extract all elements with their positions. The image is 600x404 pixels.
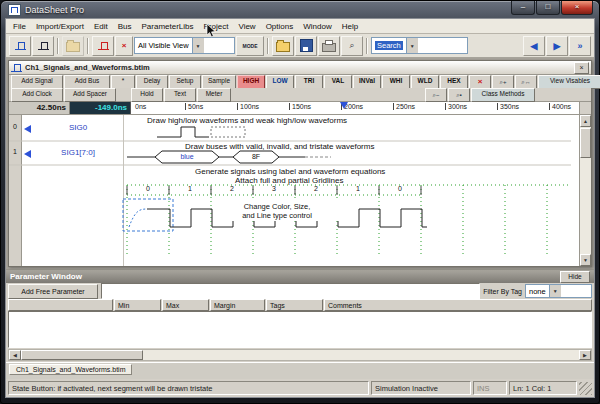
vertical-scrollbar[interactable]: ▲ ▼ (579, 115, 591, 266)
state-tri-button[interactable]: TRI (295, 75, 323, 89)
signal-tool-button[interactable] (92, 36, 114, 56)
tab-ch1-signals[interactable]: Ch1_Signals_and_Waveforms.btim (9, 364, 132, 375)
state-inval-button[interactable]: INVal (353, 75, 381, 89)
add-clock-button[interactable]: Add Clock (11, 88, 63, 102)
print-preview-button[interactable]: ⌕ (341, 36, 363, 56)
folder-icon (66, 42, 80, 52)
caret-position: Ln: 1 Col: 1 (509, 381, 577, 395)
edit-timing-diagram-button[interactable] (32, 36, 54, 56)
document-titlebar[interactable]: Ch1_Signals_and_Waveforms.btim × (9, 61, 591, 75)
mdi-area: Ch1_Signals_and_Waveforms.btim × Add Sig… (6, 58, 594, 269)
zoom-x-button[interactable]: ⌕↔ (515, 75, 537, 89)
scroll-up-icon[interactable]: ▲ (580, 115, 591, 127)
signal-tool-icon-button[interactable]: * (111, 75, 135, 89)
open-file-button[interactable] (272, 36, 294, 56)
search-input-value[interactable]: Search (375, 41, 403, 50)
time-cursor-marker[interactable] (340, 102, 348, 109)
zoom-out-button[interactable]: ⌕− (425, 88, 447, 102)
signal-marker-icon[interactable] (24, 125, 31, 133)
time-ruler[interactable]: 0ns 50ns 100ns 150ns 200ns 250ns 300ns 3… (131, 102, 579, 114)
waveform-area[interactable]: 0 1 SIG0 SIG1[7:0] Draw high/low wavefor… (9, 115, 591, 266)
delete-button[interactable]: × (115, 36, 133, 56)
zoom-fit-button[interactable]: ⌕▪ (448, 88, 470, 102)
resize-grip[interactable] (579, 382, 592, 395)
state-low-button[interactable]: LOW (266, 75, 294, 89)
state-whi-button[interactable]: WHI (382, 75, 410, 89)
parameter-table-body[interactable] (8, 311, 592, 348)
app-window: DataSheet Pro – □ × File Import/Export E… (0, 0, 600, 404)
col-header-comments[interactable]: Comments (324, 299, 592, 311)
scrollbar-track[interactable] (580, 158, 591, 254)
menu-help[interactable]: Help (337, 21, 363, 32)
scrollbar-thumb[interactable] (21, 350, 143, 360)
filter-tag-select[interactable]: none ▼ (525, 284, 592, 298)
horizontal-scrollbar[interactable]: ◀ ▶ (8, 349, 592, 361)
titlebar[interactable]: DataSheet Pro – □ × (5, 1, 595, 18)
delay-button[interactable]: Delay (136, 75, 168, 89)
scroll-right-icon[interactable]: ▶ (579, 350, 591, 360)
clock-value: 1 (185, 185, 195, 192)
new-timing-diagram-button[interactable] (9, 36, 31, 56)
scrollbar-corner (579, 102, 591, 114)
menu-parameterlibs[interactable]: ParameterLibs (137, 21, 199, 32)
menu-window[interactable]: Window (298, 21, 336, 32)
col-header-min[interactable]: Min (114, 299, 161, 311)
add-free-parameter-button[interactable]: Add Free Parameter (8, 284, 98, 299)
save-button[interactable] (295, 36, 317, 56)
meter-button[interactable]: Meter (197, 88, 231, 102)
window-controls: – □ × (510, 1, 593, 15)
document-close-button[interactable]: × (574, 62, 589, 74)
print-button[interactable] (318, 36, 340, 56)
menu-file[interactable]: File (8, 21, 31, 32)
scroll-down-icon[interactable]: ▼ (580, 254, 591, 266)
signal-name[interactable]: SIG1[7:0] (35, 148, 121, 157)
nav-forward-button[interactable]: ▶ (546, 36, 568, 56)
nav-more-button[interactable]: » (569, 36, 591, 56)
hide-button[interactable]: Hide (560, 271, 590, 283)
clock-value: 1 (353, 185, 363, 192)
col-header-margin[interactable]: Margin (210, 299, 265, 311)
state-wld-button[interactable]: WLD (411, 75, 439, 89)
signal-name[interactable]: SIG0 (35, 123, 121, 132)
menu-view[interactable]: View (233, 21, 260, 32)
parameter-name-input[interactable] (101, 283, 480, 299)
delete-segment-button[interactable]: × (469, 75, 491, 89)
add-bus-button[interactable]: Add Bus (64, 75, 110, 89)
scroll-left-icon[interactable]: ◀ (9, 350, 21, 360)
state-val-button[interactable]: VAL (324, 75, 352, 89)
scrollbar-thumb[interactable] (580, 128, 591, 158)
zoom-in-button[interactable]: ⌕+ (492, 75, 514, 89)
state-hex-button[interactable]: HEX (440, 75, 468, 89)
view-visables-button[interactable]: View Visables (538, 75, 600, 89)
doc-toolbar-row1: Add Signal Add Bus * Delay Setup Sample … (9, 75, 591, 88)
close-button[interactable]: × (561, 1, 593, 15)
search-dropdown-icon[interactable]: ▼ (406, 38, 418, 53)
col-header-name[interactable] (8, 299, 113, 311)
search-box[interactable]: Search ▼ (371, 37, 468, 54)
add-signal-button[interactable]: Add Signal (11, 75, 63, 89)
text-button[interactable]: Text (164, 88, 196, 102)
open-library-button[interactable] (62, 36, 84, 56)
nav-back-button[interactable]: ◀ (523, 36, 545, 56)
sample-button[interactable]: Sample (202, 75, 236, 89)
menu-import-export[interactable]: Import/Export (31, 21, 89, 32)
class-methods-button[interactable]: Class Methods (471, 88, 535, 102)
chevron-down-icon[interactable]: ▼ (549, 285, 561, 297)
setup-button[interactable]: Setup (169, 75, 201, 89)
maximize-button[interactable]: □ (536, 1, 560, 15)
add-spacer-button[interactable]: Add Spacer (64, 88, 116, 102)
state-high-button[interactable]: HIGH (237, 75, 265, 89)
menu-edit[interactable]: Edit (89, 21, 113, 32)
mode-button[interactable]: MODE (236, 36, 264, 56)
toolbar-separator (57, 38, 59, 54)
menu-bus[interactable]: Bus (113, 21, 137, 32)
hold-button[interactable]: Hold (131, 88, 163, 102)
col-header-max[interactable]: Max (162, 299, 209, 311)
signal-marker-icon[interactable] (24, 150, 31, 158)
col-header-tags[interactable]: Tags (266, 299, 323, 311)
view-selector[interactable]: All Visible View ▼ (134, 37, 235, 54)
scrollbar-track[interactable] (143, 350, 579, 360)
minimize-button[interactable]: – (511, 1, 535, 15)
chevron-down-icon[interactable]: ▼ (192, 38, 204, 53)
menu-options[interactable]: Options (261, 21, 299, 32)
